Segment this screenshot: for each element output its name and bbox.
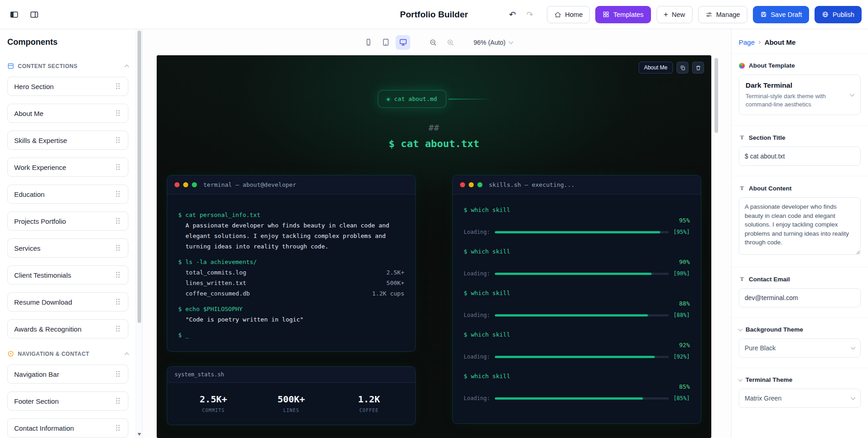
terminal-theme-label: Terminal Theme (746, 376, 793, 383)
component-item[interactable]: Contact Information (7, 418, 128, 438)
accent-line (449, 99, 490, 100)
chevron-up-icon (125, 64, 129, 69)
section-title-label: Section Title (749, 134, 785, 141)
component-item[interactable]: Hero Section (7, 77, 128, 96)
zoom-level-dropdown[interactable]: 96% (Auto) (473, 39, 512, 46)
drag-handle-icon[interactable] (114, 108, 122, 118)
template-description: Terminal-style dark theme with command-l… (746, 92, 846, 108)
group-header-navigation-contact[interactable]: NAVIGATION & CONTACT (7, 350, 128, 357)
drag-handle-icon[interactable] (114, 189, 122, 199)
drag-handle-icon[interactable] (114, 369, 122, 379)
toggle-left-panel-button[interactable] (6, 7, 22, 22)
sidebar-scrollbar[interactable] (136, 29, 142, 438)
drag-handle-icon[interactable] (114, 297, 122, 307)
component-item-label: Contact Information (14, 424, 74, 432)
background-theme-select[interactable]: Pure Black (739, 338, 861, 358)
drag-handle-icon[interactable] (114, 324, 122, 334)
component-item[interactable]: Navigation Bar (7, 364, 128, 384)
zoom-out-button[interactable] (426, 35, 440, 50)
toggle-right-panel-button[interactable] (26, 7, 42, 22)
drag-handle-icon[interactable] (114, 423, 122, 433)
progress-track (495, 356, 669, 358)
chevron-down-icon (738, 327, 743, 331)
drag-handle-icon[interactable] (114, 396, 122, 406)
desktop-view-button[interactable] (396, 35, 410, 50)
templates-icon (603, 11, 609, 18)
globe-icon (822, 11, 829, 18)
progress-fill (495, 356, 655, 358)
component-item[interactable]: Awards & Recognition (7, 319, 128, 338)
terminal-theme-select[interactable]: Matrix Green (739, 389, 861, 408)
skill-row: $ which skill 88% Loading: [88%] (464, 288, 690, 321)
selected-section-badge: About Me (639, 62, 673, 74)
component-item[interactable]: Skills & Expertise (7, 131, 128, 150)
contact-email-label: Contact Email (749, 276, 790, 283)
drag-handle-icon[interactable] (114, 216, 122, 226)
zoom-in-button[interactable] (443, 35, 458, 50)
breadcrumb: Page › About Me (731, 29, 868, 54)
component-item[interactable]: Work Experience (7, 158, 128, 177)
home-button[interactable]: Home (547, 6, 590, 23)
component-item[interactable]: Projects Portfolio (7, 211, 128, 231)
save-draft-button[interactable]: Save Draft (753, 6, 810, 23)
contact-email-input[interactable] (739, 288, 861, 307)
traffic-yellow-icon (469, 182, 474, 187)
stat-item: 1.2K COFFEE (330, 394, 408, 413)
section-title-input[interactable] (739, 147, 861, 166)
chevron-down-icon (851, 345, 856, 350)
about-terminal-window: terminal — about@developer $ cat persona… (167, 175, 416, 352)
about-content-textarea[interactable]: A passionate developer who finds beauty … (739, 197, 861, 255)
stat-value: 1.2K (330, 394, 408, 405)
component-item-label: Education (14, 190, 45, 198)
component-item-label: Work Experience (14, 164, 66, 171)
terminal-line: coffee_consumed.db1.2K cups (178, 288, 404, 299)
component-item[interactable]: About Me (7, 104, 128, 123)
tablet-icon (381, 38, 390, 47)
component-item[interactable]: Resume Download (7, 292, 128, 311)
component-item[interactable]: Client Testimonials (7, 265, 128, 285)
panel-right-icon (30, 10, 39, 19)
scrollbar-thumb[interactable] (138, 31, 141, 323)
home-button-label: Home (565, 11, 583, 18)
terminal-title: skills.sh — executing... (489, 181, 575, 188)
portfolio-builder-app: Portfolio Builder ↶ ↷ Home Templates (0, 0, 868, 438)
manage-button[interactable]: Manage (698, 6, 747, 23)
drag-handle-icon[interactable] (114, 135, 122, 145)
section-tab-row: ● cat about.md (157, 90, 711, 108)
publish-button[interactable]: Publish (815, 6, 862, 23)
about-content-field-group: T About Content A passionate developer w… (731, 176, 868, 267)
canvas-scrollbar-thumb[interactable] (715, 58, 718, 133)
component-item[interactable]: Footer Section (7, 391, 128, 411)
group-header-content-sections[interactable]: CONTENT SECTIONS (7, 63, 128, 69)
redo-button[interactable]: ↷ (522, 7, 538, 22)
mobile-view-button[interactable] (361, 35, 376, 50)
scrollbar-down-arrow-icon[interactable] (138, 433, 141, 436)
save-icon (760, 11, 767, 18)
drag-handle-icon[interactable] (114, 270, 122, 280)
templates-button[interactable]: Templates (595, 6, 651, 23)
drag-handle-icon[interactable] (114, 81, 122, 91)
drag-handle-icon[interactable] (114, 243, 122, 253)
skill-command: $ which skill (464, 246, 690, 257)
delete-section-button[interactable] (692, 62, 704, 74)
component-item[interactable]: Services (7, 238, 128, 258)
stat-item: 2.5K+ COMMITS (175, 394, 252, 413)
chevron-down-icon (851, 396, 856, 400)
undo-button[interactable]: ↶ (505, 7, 520, 22)
breadcrumb-page-link[interactable]: Page (739, 38, 755, 46)
terminal-theme-field-group: Terminal Theme Matrix Green (731, 368, 868, 418)
tablet-view-button[interactable] (378, 35, 393, 50)
template-selector[interactable]: Dark Terminal Terminal-style dark theme … (739, 74, 861, 115)
drag-handle-icon[interactable] (114, 162, 122, 172)
terminal-line-text: $ _ (178, 332, 189, 338)
duplicate-section-button[interactable] (677, 62, 688, 74)
plus-icon: + (664, 11, 668, 18)
new-button[interactable]: + New (656, 6, 693, 23)
canvas-preview[interactable]: About Me ● cat about (157, 55, 711, 438)
manage-icon (705, 11, 713, 18)
terminal-theme-value: Matrix Green (745, 395, 782, 402)
skill-command: $ which skill (464, 205, 690, 215)
home-icon (554, 11, 561, 18)
component-item[interactable]: Education (7, 185, 128, 204)
skill-command: $ which skill (464, 371, 690, 381)
